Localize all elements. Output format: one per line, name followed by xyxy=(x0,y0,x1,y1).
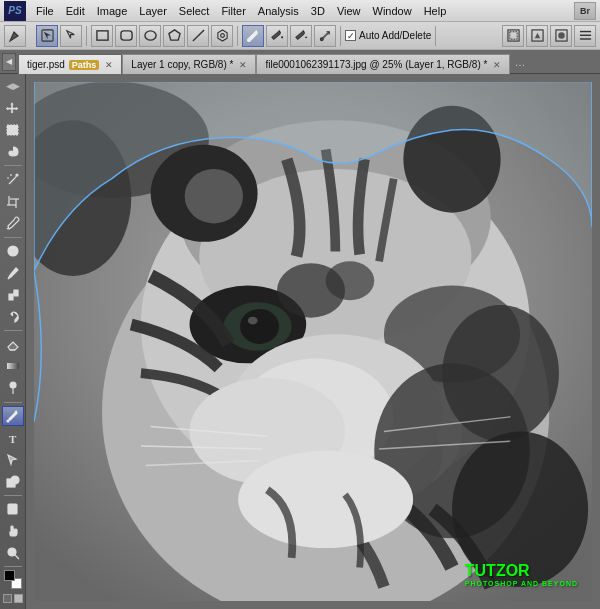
options-toolbar: ✓ Auto Add/Delete xyxy=(0,22,600,50)
svg-rect-19 xyxy=(579,38,590,39)
tab-file0001-close[interactable]: ✕ xyxy=(493,60,501,70)
menu-image[interactable]: Image xyxy=(91,3,134,19)
svg-point-69 xyxy=(248,317,258,325)
bridge-button[interactable]: Br xyxy=(574,2,596,20)
workspace-btn[interactable] xyxy=(574,25,596,47)
menu-analysis[interactable]: Analysis xyxy=(252,3,305,19)
pen-cursor-btn[interactable] xyxy=(4,25,26,47)
svg-point-11 xyxy=(320,38,323,41)
paths-badge: Paths xyxy=(69,60,100,70)
menu-layer[interactable]: Layer xyxy=(133,3,173,19)
svg-rect-2 xyxy=(120,31,131,40)
eyedropper-tool[interactable] xyxy=(2,213,24,234)
shape-tool-box[interactable] xyxy=(2,471,24,492)
svg-point-60 xyxy=(185,169,243,223)
svg-line-34 xyxy=(13,293,14,294)
menu-edit[interactable]: Edit xyxy=(60,3,91,19)
svg-point-7 xyxy=(247,39,250,42)
menu-file[interactable]: File xyxy=(30,3,60,19)
type-tool[interactable]: T xyxy=(2,427,24,448)
pen-tool-btn[interactable] xyxy=(242,25,264,47)
menu-view[interactable]: View xyxy=(331,3,367,19)
auto-add-delete-label[interactable]: ✓ Auto Add/Delete xyxy=(345,30,431,41)
svg-line-48 xyxy=(15,555,19,559)
svg-point-72 xyxy=(326,261,375,300)
menu-select[interactable]: Select xyxy=(173,3,216,19)
tab-file0001[interactable]: file0001062391173.jpg @ 25% (Layer 1, RG… xyxy=(256,54,510,74)
svg-point-79 xyxy=(238,451,413,548)
move-tool[interactable] xyxy=(2,98,24,119)
marquee-tool[interactable] xyxy=(2,120,24,141)
menu-filter[interactable]: Filter xyxy=(215,3,251,19)
convert-point-btn[interactable] xyxy=(314,25,336,47)
delete-anchor-btn[interactable] xyxy=(290,25,312,47)
auto-add-delete-checkbox[interactable]: ✓ xyxy=(345,30,356,41)
tab-layer1-close[interactable]: ✕ xyxy=(239,60,247,70)
rounded-rect-btn[interactable] xyxy=(115,25,137,47)
toolbox-collapse[interactable]: ◀▶ xyxy=(2,76,24,97)
svg-rect-1 xyxy=(96,31,107,40)
svg-point-37 xyxy=(10,382,16,388)
tiger-image: TUTZOR PHOTOSHOP AND BEYOND xyxy=(34,82,592,601)
svg-line-5 xyxy=(192,30,203,41)
svg-rect-20 xyxy=(7,125,18,135)
path-select-tool[interactable] xyxy=(2,449,24,470)
tab-tiger-filename: tiger.psd xyxy=(27,59,65,70)
svg-rect-18 xyxy=(579,35,590,36)
add-anchor-btn[interactable] xyxy=(266,25,288,47)
svg-point-77 xyxy=(442,305,559,441)
polygon-tool-btn[interactable] xyxy=(163,25,185,47)
magic-wand-tool[interactable] xyxy=(2,169,24,190)
menu-window[interactable]: Window xyxy=(367,3,418,19)
toolbox-separator-1 xyxy=(4,165,22,166)
menu-help[interactable]: Help xyxy=(418,3,453,19)
line-tool-btn[interactable] xyxy=(187,25,209,47)
healing-brush-tool[interactable] xyxy=(2,241,24,262)
crop-tool[interactable] xyxy=(2,191,24,212)
menu-bar: PS File Edit Image Layer Select Filter A… xyxy=(0,0,600,22)
tab-layer1-label: Layer 1 copy, RGB/8) * xyxy=(131,59,233,70)
tab-scroll-left[interactable]: ◀ xyxy=(2,53,16,71)
gradient-tool[interactable] xyxy=(2,356,24,377)
notes-tool[interactable] xyxy=(2,499,24,520)
clone-stamp-tool[interactable] xyxy=(2,284,24,305)
svg-rect-17 xyxy=(579,31,590,32)
toolbox: ◀▶ xyxy=(0,74,26,609)
direct-selection-btn[interactable] xyxy=(60,25,82,47)
svg-point-68 xyxy=(240,309,279,344)
hand-tool[interactable] xyxy=(2,521,24,542)
menu-3d[interactable]: 3D xyxy=(305,3,331,19)
color-swatches[interactable] xyxy=(2,570,24,589)
zoom-tool[interactable] xyxy=(2,543,24,564)
dodge-tool[interactable] xyxy=(2,378,24,399)
mask-btn-2[interactable] xyxy=(526,25,548,47)
svg-rect-13 xyxy=(509,32,516,39)
brush-tool[interactable] xyxy=(2,263,24,284)
svg-point-39 xyxy=(6,419,9,422)
tab-tiger-close[interactable]: ✕ xyxy=(105,60,113,70)
svg-point-42 xyxy=(11,476,19,484)
svg-point-23 xyxy=(16,174,18,176)
tab-layer1-copy[interactable]: Layer 1 copy, RGB/8) * ✕ xyxy=(122,54,256,74)
svg-line-21 xyxy=(9,178,15,184)
path-component-selection-btn[interactable] xyxy=(36,25,58,47)
ellipse-tool-btn[interactable] xyxy=(139,25,161,47)
lasso-tool[interactable] xyxy=(2,142,24,163)
toolbox-separator-6 xyxy=(4,566,22,567)
toolbox-separator-5 xyxy=(4,495,22,496)
tab-overflow: … xyxy=(510,56,529,68)
tabs-bar: ◀ tiger.psd Paths ✕ Layer 1 copy, RGB/8)… xyxy=(0,50,600,74)
pen-tool-box[interactable] xyxy=(2,406,24,427)
eraser-tool[interactable] xyxy=(2,334,24,355)
ps-logo: PS xyxy=(4,1,26,21)
rectangle-tool-btn[interactable] xyxy=(91,25,113,47)
svg-point-3 xyxy=(144,31,155,40)
svg-point-6 xyxy=(220,34,224,38)
tab-tiger-psd[interactable]: tiger.psd Paths ✕ xyxy=(18,54,122,74)
svg-line-30 xyxy=(7,228,8,229)
custom-shape-btn[interactable] xyxy=(211,25,233,47)
quick-mask-mode[interactable] xyxy=(3,590,23,607)
mask-btn-3[interactable] xyxy=(550,25,572,47)
mask-btn-1[interactable] xyxy=(502,25,524,47)
history-brush-tool[interactable] xyxy=(2,306,24,327)
